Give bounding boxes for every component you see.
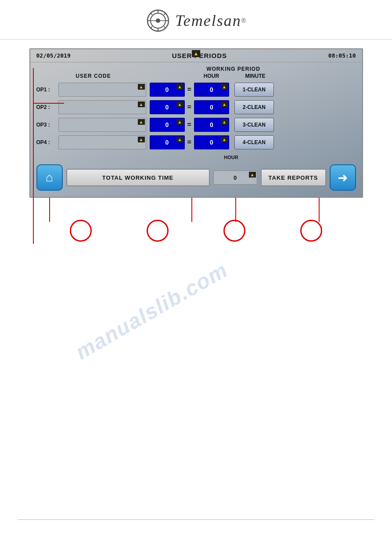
op2-clean-button[interactable]: 2-CLEAN xyxy=(234,100,274,114)
op2-label: OP2 : xyxy=(36,104,58,110)
op1-min-warn: ▲ xyxy=(221,84,228,90)
op1-warn-icon: ▲ xyxy=(138,84,145,90)
op1-hour-field[interactable]: 0 ▲ xyxy=(150,83,185,97)
logo-text: Temelsan xyxy=(175,11,241,30)
op2-min-warn: ▲ xyxy=(221,102,228,107)
op2-hour-field[interactable]: 0 ▲ xyxy=(150,100,185,114)
op2-warn-icon: ▲ xyxy=(138,102,145,107)
watermark: manualslib.com xyxy=(71,258,232,364)
op3-minute-field[interactable]: 0 ▲ xyxy=(194,118,229,132)
op4-code-field[interactable]: ▲ xyxy=(58,135,146,149)
logo-area: Temelsan ® xyxy=(0,0,392,40)
annotation-circle-1 xyxy=(70,220,92,242)
annotation-circle-3 xyxy=(223,220,245,242)
op2-row: OP2 : ▲ 0 ▲ = 0 ▲ 2-CLEAN xyxy=(36,100,356,114)
op1-minute-field[interactable]: 0 ▲ xyxy=(194,83,229,97)
op2-hour-warn: ▲ xyxy=(176,102,183,107)
op3-equals: = xyxy=(187,121,191,129)
op3-code-field[interactable]: ▲ xyxy=(58,118,146,132)
op1-clean-button[interactable]: 1-CLEAN xyxy=(234,83,274,97)
hour-value-field[interactable]: 0 ▲ xyxy=(213,170,257,185)
bottom-section: ⌂ TOTAL WORKING TIME 0 ▲ TAKE REPORTS ➜ xyxy=(30,161,362,197)
operator-rows: OP1 : ▲ 0 ▲ = 0 ▲ 1-CLEAN xyxy=(30,81,362,155)
working-period-header: WORKING PERIOD HOUR MINUTE xyxy=(151,66,316,79)
op3-clean-button[interactable]: 3-CLEAN xyxy=(234,118,274,132)
op1-equals: = xyxy=(187,86,191,94)
home-button[interactable]: ⌂ xyxy=(36,164,63,191)
next-button[interactable]: ➜ xyxy=(330,164,356,191)
panel-date: 02/05/2019 xyxy=(36,52,71,59)
op3-hour-warn: ▲ xyxy=(176,119,183,125)
hour-col-header: HOUR xyxy=(194,73,229,79)
op4-row: OP4 : ▲ 0 ▲ = 0 ▲ 4-CLEAN xyxy=(36,135,356,149)
op4-clean-button[interactable]: 4-CLEAN xyxy=(234,135,274,149)
main-panel: 02/05/2019 ▲ USER PERIODS 08:05:10 USER … xyxy=(29,48,363,198)
op2-minute-field[interactable]: 0 ▲ xyxy=(194,100,229,114)
next-arrow-icon: ➜ xyxy=(338,170,348,185)
home-icon: ⌂ xyxy=(46,170,53,185)
op4-label: OP4 : xyxy=(36,139,58,145)
op2-code-field[interactable]: ▲ xyxy=(58,100,146,114)
hour-value-warn: ▲ xyxy=(249,172,256,178)
annotation-circle-2 xyxy=(147,220,169,242)
panel-time: 08:05:10 xyxy=(328,52,356,59)
panel-header: 02/05/2019 ▲ USER PERIODS 08:05:10 xyxy=(30,49,362,62)
op3-hour-field[interactable]: 0 ▲ xyxy=(150,118,185,132)
op4-min-warn: ▲ xyxy=(221,137,228,142)
bottom-divider xyxy=(18,519,374,520)
op4-minute-field[interactable]: 0 ▲ xyxy=(194,135,229,149)
op1-row: OP1 : ▲ 0 ▲ = 0 ▲ 1-CLEAN xyxy=(36,83,356,97)
minute-col-header: MINUTE xyxy=(238,73,273,79)
op3-label: OP3 : xyxy=(36,122,58,128)
take-reports-button[interactable]: TAKE REPORTS xyxy=(261,169,326,186)
total-working-time-button[interactable]: TOTAL WORKING TIME xyxy=(66,169,210,186)
op3-min-warn: ▲ xyxy=(221,119,228,125)
op1-hour-warn: ▲ xyxy=(176,84,183,90)
op4-hour-warn: ▲ xyxy=(176,137,183,142)
op1-code-field[interactable]: ▲ xyxy=(58,83,146,97)
logo-emblem-icon xyxy=(146,9,170,33)
col-headers: USER CODE WORKING PERIOD HOUR MINUTE xyxy=(30,62,362,81)
user-code-header: USER CODE xyxy=(36,73,151,79)
hour-bottom-label: HOUR xyxy=(205,155,258,160)
op4-equals: = xyxy=(187,138,191,146)
op4-warn-icon: ▲ xyxy=(138,137,145,142)
op3-row: OP3 : ▲ 0 ▲ = 0 ▲ 3-CLEAN xyxy=(36,118,356,132)
op2-equals: = xyxy=(187,103,191,111)
op3-warn-icon: ▲ xyxy=(138,119,145,125)
hour-value-container: 0 ▲ xyxy=(213,170,257,185)
annotation-circle-4 xyxy=(300,220,322,242)
op4-hour-field[interactable]: 0 ▲ xyxy=(150,135,185,149)
op1-label: OP1 : xyxy=(36,87,58,93)
logo-reg-symbol: ® xyxy=(241,17,246,24)
